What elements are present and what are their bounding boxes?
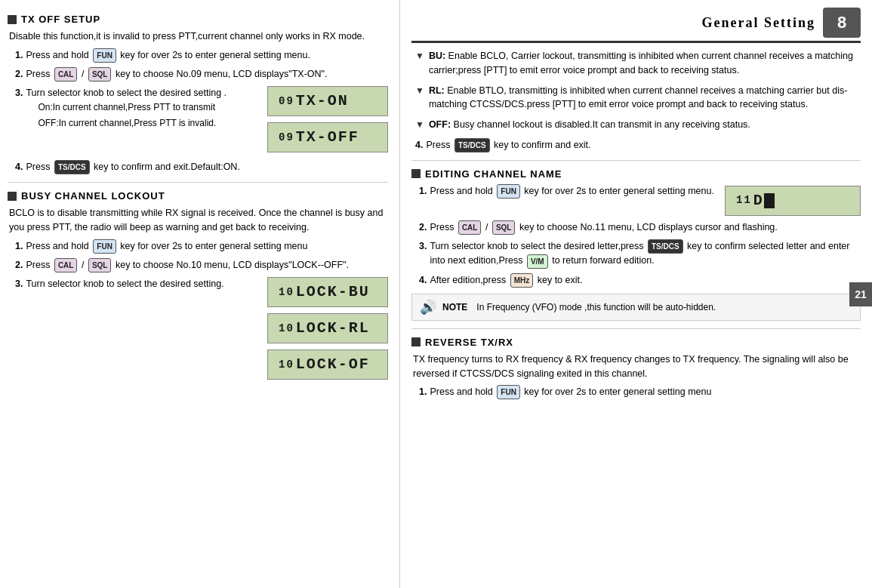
step-4-text2: key to confirm and exit.Default:ON. [94, 162, 240, 172]
sql-key-badge: SQL [88, 67, 112, 82]
section-bullet-3 [411, 169, 421, 178]
lcd-tx-on-prefix: 09 [279, 94, 294, 109]
busy-channel-desc: BCLO is to disable transmitting while RX… [8, 206, 388, 235]
bcl-step-1-text: Press and hold [26, 241, 88, 251]
cal-key-badge-2: CAL [54, 258, 78, 272]
note-icon: 🔊 [420, 299, 436, 316]
bcl-step-3-lcd-part: 10 LOCK-BU 10 LOCK-RL 10 LOCK-OF [267, 277, 388, 383]
step-3-sub2: OFF:In current channel,Press PTT is inva… [38, 116, 260, 130]
step-2-text2: key to choose No.09 menu, LCD displays"T… [116, 69, 328, 79]
section-bullet-4 [411, 337, 421, 346]
step-num-2: 2. [15, 67, 23, 82]
page-number-box: 8 [823, 8, 861, 38]
mhz-key-badge: MHz [510, 273, 534, 288]
section-bullet [8, 15, 17, 24]
bcl-step-1: 1. Press and hold FUN key for over 2s to… [15, 239, 388, 254]
edit-step-2-sep: / [485, 222, 488, 232]
step-3-text-part: Turn selector knob to select the desired… [26, 86, 260, 132]
step-3: 3. Turn selector knob to select the desi… [15, 86, 388, 155]
bcl-step-num-2: 2. [15, 258, 23, 272]
step-4-content: Press TS/DCS key to confirm and exit.Def… [26, 160, 388, 174]
bcl-step-2-text: Press [26, 260, 50, 270]
lcd-lock-rl-text: LOCK-RL [296, 317, 370, 340]
step-2: 2. Press CAL / SQL key to choose No.09 m… [15, 67, 388, 82]
lcd-lock-of-prefix: 10 [279, 357, 294, 373]
bcl-step-3-content: Turn selector knob to select the desired… [26, 277, 388, 383]
bullet-tri-1: ▼ [415, 49, 424, 63]
tx-off-setup-steps: 1. Press and hold FUN key for over 2s to… [8, 48, 388, 175]
bcl-step-2: 2. Press CAL / SQL key to choose No.10 m… [15, 258, 388, 272]
bcl-step-2-sep: / [82, 260, 84, 270]
edit-step-1-row: Press and hold FUN key for over 2s to en… [430, 184, 861, 216]
bcl-step-1-text2: key for over 2s to enter general setting… [120, 241, 307, 251]
bullet-off-content: OFF: Busy channel lockout is disabled.It… [429, 118, 750, 132]
edit-step-1-text-col: Press and hold FUN key for over 2s to en… [430, 184, 717, 216]
note-text: In Frequency (VFO) mode ,this function w… [476, 302, 716, 312]
bcl-step-1-content: Press and hold FUN key for over 2s to en… [26, 239, 388, 254]
step-2-content: Press CAL / SQL key to choose No.09 menu… [26, 67, 388, 82]
reverse-txrx-header: REVERSE TX/RX [411, 337, 861, 348]
busy-channel-title: BUSY CHANNEL LOCKOUT [21, 190, 165, 202]
edit-step-num-2: 2. [419, 220, 427, 235]
right-column: General Setting 8 ▼ BU: Enable BCLO, Car… [400, 0, 872, 588]
edit-step-1-text2: key for over 2s to enter general setting… [524, 186, 714, 196]
step-3-sub1: On:In current channel,Press PTT to trans… [38, 100, 260, 114]
bcl-step-3-text: Turn selector knob to select the desired… [26, 279, 223, 289]
edit-step-3-content: Turn selector knob to select the desired… [430, 239, 861, 268]
page-header: General Setting 8 [411, 8, 861, 43]
bullet-off-text: Busy channel lockout is disabled.It can … [454, 119, 750, 130]
edit-step-num-1: 1. [419, 184, 427, 199]
fun-key-badge: FUN [93, 48, 116, 63]
fun-key-badge-2: FUN [93, 239, 116, 254]
lcd-tx-off: 09 TX-OFF [267, 122, 388, 152]
bullet-bu-content: BU: Enable BCLO, Carrier lockout, transm… [429, 49, 861, 78]
edit-step-2: 2. Press CAL / SQL key to choose No.11 m… [419, 220, 861, 235]
step-3-text: Turn selector knob to select the desired… [26, 88, 226, 98]
fun-key-badge-edit: FUN [497, 184, 520, 199]
rev-step-1-content: Press and hold FUN key for over 2s to en… [430, 385, 861, 399]
step-3-content: Turn selector knob to select the desired… [26, 86, 388, 155]
step-4-text: Press [26, 162, 50, 172]
step-2-text: Press [26, 69, 50, 79]
rev-step-num-1: 1. [419, 385, 427, 399]
tx-off-setup-title: TX OFF SETUP [21, 14, 100, 25]
left-column: TX OFF SETUP Disable this function,it is… [0, 0, 400, 588]
edit-step-2-text: Press [430, 222, 454, 232]
cal-key-badge-edit: CAL [458, 220, 482, 235]
bullet-off-label: OFF: [429, 119, 451, 130]
step-1-text: Press and hold [26, 50, 88, 60]
sql-key-badge-edit: SQL [492, 220, 516, 235]
lcd-cursor-text: D [753, 189, 764, 212]
tsdcs-key-badge-right: TS/DCS [454, 138, 490, 152]
vm-key-badge: V/M [527, 254, 548, 269]
rev-step-1-text: Press and hold [430, 386, 492, 397]
rev-step-1-text2: key for over 2s to enter general setting… [524, 386, 711, 397]
rev-step-1: 1. Press and hold FUN key for over 2s to… [419, 385, 861, 399]
edit-step-num-3: 3. [419, 239, 427, 254]
bullet-bu: ▼ BU: Enable BCLO, Carrier lockout, tran… [415, 49, 861, 78]
bcl-step-2-text2: key to choose No.10 menu, LCD displays"L… [116, 260, 349, 270]
note-label: NOTE [442, 302, 467, 312]
lcd-lock-rl: 10 LOCK-RL [267, 313, 388, 343]
bullet-tri-2: ▼ [415, 84, 424, 97]
edit-step-2-content: Press CAL / SQL key to choose No.11 menu… [430, 220, 861, 235]
lcd-lock-bu: 10 LOCK-BU [267, 277, 388, 307]
lcd-lock-rl-prefix: 10 [279, 321, 294, 337]
page-container: TX OFF SETUP Disable this function,it is… [0, 0, 872, 588]
lcd-lock-of-text: LOCK-OF [296, 353, 370, 376]
bullet-rl-content: RL: Enable BTLO, transmitting is inhibit… [429, 84, 861, 112]
edit-step-4-text: After edition,press [430, 275, 506, 285]
bcl-step-3: 3. Turn selector knob to select the desi… [15, 277, 388, 383]
bullet-bu-text: Enable BCLO, Carrier lockout, transmitti… [429, 51, 853, 75]
page-title: General Setting [702, 15, 823, 31]
edit-step-2-text2: key to choose No.11 menu, LCD displays c… [519, 222, 778, 232]
edit-step-1: 1. Press and hold FUN key for over 2s to… [419, 184, 861, 216]
bullet-bu-label: BU: [429, 51, 445, 61]
bullet-tri-3: ▼ [415, 118, 424, 131]
note-box: 🔊 NOTE In Frequency (VFO) mode ,this fun… [411, 294, 861, 321]
bullet-rl-label: RL: [429, 85, 445, 96]
sql-key-badge-2: SQL [88, 258, 112, 272]
bcl-step-3-with-lcd: Turn selector knob to select the desired… [26, 277, 388, 383]
lcd-tx-on: 09 TX-ON [267, 86, 388, 116]
lcd-lock-of: 10 LOCK-OF [267, 349, 388, 380]
